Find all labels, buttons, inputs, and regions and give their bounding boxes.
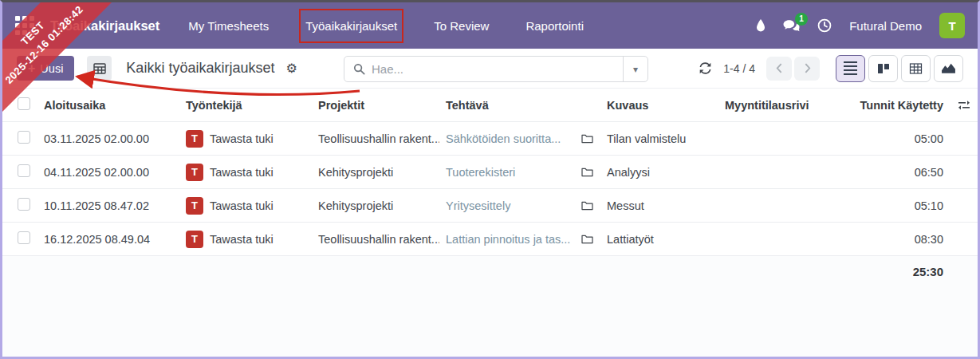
header-kuvaus[interactable]: Kuvaus bbox=[600, 99, 718, 112]
folder-icon[interactable] bbox=[573, 167, 600, 177]
cell-hours: 08:30 bbox=[846, 233, 950, 246]
nav-item-tyoaikakirjaukset[interactable]: Työaikakirjaukset bbox=[301, 10, 402, 41]
cell-description: Lattiatyöt bbox=[600, 233, 718, 246]
select-all-checkbox[interactable] bbox=[18, 97, 30, 110]
chevron-left-icon bbox=[776, 63, 783, 73]
search-input[interactable] bbox=[372, 62, 623, 76]
pivot-view-icon bbox=[909, 62, 923, 75]
total-hours: 25:30 bbox=[846, 265, 950, 278]
refresh-button[interactable] bbox=[699, 61, 712, 75]
table-header-row: Aloitusaika Työntekijä Projektit Tehtävä… bbox=[2, 89, 978, 122]
user-name[interactable]: Futural Demo bbox=[849, 19, 922, 33]
navbar-right: 1 Futural Demo T bbox=[756, 13, 965, 38]
header-tunnit-kaytetty[interactable]: Tunnit Käytetty bbox=[846, 99, 950, 112]
cell-start: 16.12.2025 08.49.04 bbox=[37, 233, 179, 246]
top-navbar: Työaikakirjaukset My Timesheets Työaikak… bbox=[2, 2, 978, 49]
cell-description: Analyysi bbox=[600, 166, 718, 179]
cell-start: 10.11.2025 08.47.02 bbox=[37, 199, 179, 212]
employee-avatar: T bbox=[186, 130, 203, 148]
cell-task: Lattian pinnoitus ja tas... bbox=[439, 233, 573, 246]
message-count-badge: 1 bbox=[795, 13, 808, 26]
messages-icon[interactable]: 1 bbox=[783, 19, 800, 33]
chevron-right-icon bbox=[804, 63, 811, 73]
header-tehtava[interactable]: Tehtävä bbox=[439, 99, 573, 112]
cell-employee: Tawasta tuki bbox=[210, 199, 274, 212]
cell-project: Kehitysprojekti bbox=[312, 199, 439, 212]
cell-hours: 05:00 bbox=[846, 132, 950, 145]
graph-view-button[interactable] bbox=[934, 55, 963, 82]
header-aloitusaika[interactable]: Aloitusaika bbox=[37, 99, 179, 112]
nav-item-to-review[interactable]: To Review bbox=[429, 10, 494, 41]
droplet-icon[interactable] bbox=[756, 19, 766, 32]
list-view-icon bbox=[844, 61, 857, 76]
folder-icon[interactable] bbox=[573, 133, 600, 144]
cell-description: Messut bbox=[600, 199, 718, 212]
header-projektit[interactable]: Projektit bbox=[312, 99, 439, 112]
cell-hours: 06:50 bbox=[846, 166, 950, 179]
pager-counter: 1-4 / 4 bbox=[723, 62, 755, 75]
row-checkbox[interactable] bbox=[18, 131, 30, 144]
table-total-row: 25:30 bbox=[2, 256, 978, 286]
sliders-icon bbox=[958, 100, 970, 111]
control-panel: + Uusi Kaikki työaikakirjaukset ⚙ ▾ bbox=[2, 49, 978, 89]
row-checkbox[interactable] bbox=[18, 231, 30, 244]
app-window: Työaikakirjaukset My Timesheets Työaikak… bbox=[0, 0, 980, 359]
pager-next-button[interactable] bbox=[794, 57, 820, 81]
page-title: Kaikki työaikakirjaukset bbox=[126, 60, 274, 77]
cell-task: Sähkötöiden suoritta... bbox=[439, 132, 573, 145]
cell-project: Kehitysprojekti bbox=[312, 166, 439, 179]
table-row[interactable]: 16.12.2025 08.49.04 TTawasta tuki Teolli… bbox=[2, 223, 978, 256]
row-checkbox[interactable] bbox=[18, 198, 30, 211]
pager-previous-button[interactable] bbox=[766, 57, 792, 81]
cell-employee: Tawasta tuki bbox=[210, 166, 274, 179]
search-bar: ▾ bbox=[344, 56, 648, 82]
nav-item-my-timesheets[interactable]: My Timesheets bbox=[183, 10, 274, 41]
graph-view-icon bbox=[941, 62, 956, 74]
folder-icon[interactable] bbox=[573, 200, 600, 211]
list-view-button[interactable] bbox=[836, 55, 865, 82]
caret-down-icon: ▾ bbox=[633, 64, 638, 75]
kanban-view-icon bbox=[877, 62, 890, 75]
kanban-view-button[interactable] bbox=[868, 55, 898, 82]
employee-avatar: T bbox=[186, 164, 203, 181]
nav-item-raportointi[interactable]: Raportointi bbox=[521, 10, 588, 41]
table-row[interactable]: 04.11.2025 02.00.00 TTawasta tuki Kehity… bbox=[2, 156, 978, 189]
folder-icon[interactable] bbox=[573, 234, 600, 244]
table-row[interactable]: 03.11.2025 02.00.00 TTawasta tuki Teolli… bbox=[2, 122, 978, 156]
row-checkbox[interactable] bbox=[18, 164, 30, 177]
pivot-view-button[interactable] bbox=[901, 55, 931, 82]
table-icon bbox=[93, 63, 106, 74]
activity-clock-icon[interactable] bbox=[817, 18, 832, 33]
cell-description: Tilan valmistelu bbox=[600, 132, 718, 145]
optional-columns-button[interactable] bbox=[950, 100, 978, 111]
records-table: Aloitusaika Työntekijä Projektit Tehtävä… bbox=[2, 89, 978, 286]
cell-employee: Tawasta tuki bbox=[210, 132, 274, 145]
user-avatar[interactable]: T bbox=[939, 13, 965, 38]
cell-hours: 05:10 bbox=[846, 199, 950, 212]
cell-project: Teollisuushallin rakent... bbox=[312, 132, 439, 145]
gear-icon[interactable]: ⚙ bbox=[285, 61, 297, 76]
nav-menu: My Timesheets Työaikakirjaukset To Revie… bbox=[183, 10, 588, 41]
header-tyontekija[interactable]: Työntekijä bbox=[179, 99, 312, 112]
search-icon bbox=[353, 63, 365, 75]
cell-task: Yritysesittely bbox=[439, 199, 573, 212]
employee-avatar: T bbox=[186, 231, 203, 248]
employee-avatar: T bbox=[186, 197, 203, 215]
cell-project: Teollisuushallin rakent... bbox=[312, 233, 439, 246]
control-right-cluster: 1-4 / 4 bbox=[699, 55, 963, 82]
cell-start: 03.11.2025 02.00.00 bbox=[37, 132, 179, 145]
refresh-icon bbox=[699, 61, 712, 75]
header-myyntitilausrivi[interactable]: Myyntitilausrivi bbox=[718, 99, 846, 112]
search-dropdown-toggle[interactable]: ▾ bbox=[623, 57, 647, 81]
cell-start: 04.11.2025 02.00.00 bbox=[37, 166, 179, 179]
view-switcher bbox=[836, 55, 963, 82]
cell-employee: Tawasta tuki bbox=[210, 233, 274, 246]
table-row[interactable]: 10.11.2025 08.47.02 TTawasta tuki Kehity… bbox=[2, 189, 978, 223]
cell-task: Tuoterekisteri bbox=[439, 166, 573, 179]
table-icon-button[interactable] bbox=[87, 56, 112, 81]
